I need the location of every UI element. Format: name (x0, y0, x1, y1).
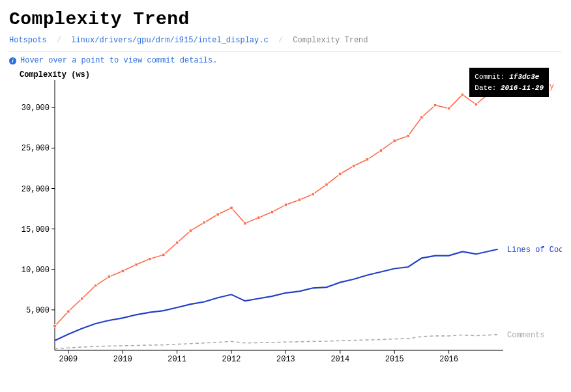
chart[interactable]: 5,00010,00015,00020,00025,00030,00020092… (9, 64, 562, 370)
data-point[interactable] (189, 229, 192, 232)
tooltip-date-label: Date: (475, 84, 496, 92)
x-tick-label: 2015 (385, 355, 404, 364)
x-tick-label: 2009 (59, 355, 78, 364)
data-point[interactable] (339, 173, 342, 175)
x-tick-label: 2011 (168, 355, 186, 364)
data-point[interactable] (121, 270, 124, 272)
data-point[interactable] (393, 139, 396, 142)
series-comments[interactable] (55, 335, 498, 349)
data-point[interactable] (53, 325, 56, 328)
y-tick-label: 30,000 (22, 104, 50, 113)
data-point[interactable] (271, 210, 273, 213)
y-tick-label: 20,000 (22, 185, 50, 194)
data-point[interactable] (434, 104, 437, 106)
y-tick-label: 5,000 (26, 306, 50, 315)
data-point[interactable] (244, 222, 246, 225)
data-point[interactable] (149, 257, 151, 260)
series-label: Lines of Code (507, 245, 562, 255)
breadcrumb: Hotspots / linux/drivers/gpu/drm/i915/in… (9, 36, 562, 45)
breadcrumb-path[interactable]: linux/drivers/gpu/drm/i915/intel_display… (71, 36, 268, 45)
data-point[interactable] (325, 183, 328, 186)
series-label: Comments (507, 331, 545, 340)
x-tick-label: 2014 (330, 355, 349, 364)
y-tick-label: 15,000 (22, 225, 50, 234)
series-lines-of-code[interactable] (55, 249, 498, 341)
data-point[interactable] (447, 107, 450, 109)
data-point[interactable] (420, 116, 423, 119)
breadcrumb-current: Complexity Trend (293, 36, 368, 45)
tooltip-date-value: 2016-11-29 (501, 84, 544, 92)
data-point[interactable] (203, 221, 205, 223)
chart-tooltip: Commit: 1f3dc3e Date: 2016-11-29 (469, 68, 549, 97)
data-point[interactable] (461, 93, 463, 96)
data-point[interactable] (162, 253, 165, 256)
data-point[interactable] (108, 275, 110, 278)
data-point[interactable] (257, 216, 260, 219)
x-tick-label: 2013 (276, 355, 295, 364)
data-point[interactable] (379, 149, 382, 152)
data-point[interactable] (312, 193, 314, 195)
data-point[interactable] (67, 310, 70, 313)
info-icon: i (9, 57, 16, 64)
y-tick-label: 25,000 (22, 144, 50, 153)
data-point[interactable] (80, 297, 83, 300)
data-point[interactable] (175, 242, 178, 244)
data-point[interactable] (475, 103, 477, 105)
breadcrumb-sep: / (278, 36, 283, 45)
chart-svg[interactable]: 5,00010,00015,00020,00025,00030,00020092… (9, 64, 562, 370)
series-complexity[interactable] (55, 86, 498, 326)
y-axis-label: Complexity (ws) (20, 70, 90, 79)
page-title: Complexity Trend (9, 9, 562, 29)
breadcrumb-sep: / (57, 36, 61, 45)
data-point[interactable] (216, 213, 219, 216)
data-point[interactable] (94, 284, 96, 287)
data-point[interactable] (407, 135, 409, 137)
tooltip-commit-label: Commit: (475, 73, 505, 81)
data-point[interactable] (366, 158, 368, 161)
data-point[interactable] (298, 199, 300, 201)
breadcrumb-root[interactable]: Hotspots (9, 36, 47, 45)
y-tick-label: 10,000 (22, 266, 50, 275)
x-tick-label: 2012 (222, 355, 241, 364)
x-tick-label: 2016 (439, 355, 458, 364)
data-point[interactable] (352, 165, 355, 167)
data-point[interactable] (284, 203, 287, 206)
tooltip-commit-value: 1f3dc3e (509, 73, 539, 81)
data-point[interactable] (135, 263, 138, 266)
divider (9, 51, 562, 52)
x-tick-label: 2010 (113, 355, 132, 364)
data-point[interactable] (230, 206, 233, 209)
